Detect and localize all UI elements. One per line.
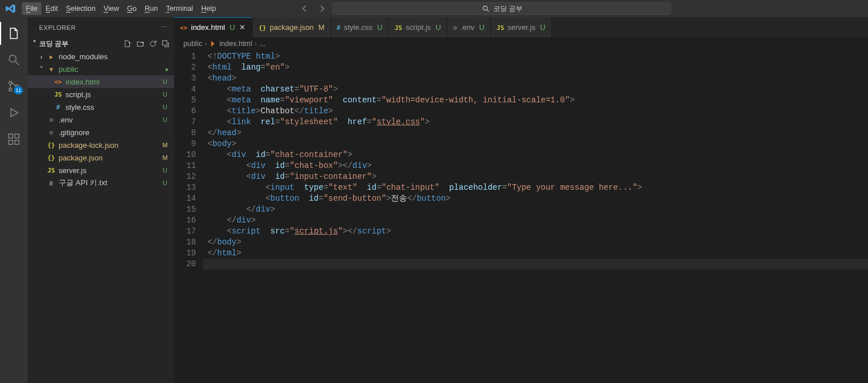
- menu-selection[interactable]: Selection: [62, 2, 99, 15]
- chevron-down-icon: ˅: [30, 40, 39, 48]
- menu-run[interactable]: Run: [141, 2, 162, 15]
- chevron-right-icon: ›: [205, 40, 207, 48]
- file-package-lock.json[interactable]: {}package-lock.jsonM: [28, 139, 174, 151]
- file-package.json[interactable]: {}package.jsonM: [28, 151, 174, 164]
- collapse-icon[interactable]: [162, 40, 170, 48]
- svg-rect-9: [15, 140, 19, 144]
- code-editor[interactable]: 1234567891011121314151617181920 <!DOCTYP…: [174, 50, 868, 383]
- file-server.js[interactable]: JSserver.jsU: [28, 164, 174, 177]
- breadcrumb-part[interactable]: ...: [259, 40, 265, 48]
- folder-node_modules[interactable]: ›▸node_modules: [28, 50, 174, 63]
- svg-line-1: [487, 10, 489, 12]
- sidebar-title: EXPLORER: [39, 24, 76, 31]
- breadcrumb-part[interactable]: index.html: [220, 40, 252, 48]
- command-center[interactable]: 코딩 공부: [332, 2, 671, 15]
- menu-help[interactable]: Help: [197, 2, 220, 15]
- editor-area: <>index.htmlU✕{}package.jsonM#style.cssU…: [174, 17, 868, 383]
- new-file-icon[interactable]: [124, 40, 132, 48]
- file-.gitignore[interactable]: ⚙.gitignore: [28, 126, 174, 139]
- file-구글 API 키.txt[interactable]: ≡구글 API 키.txtU: [28, 177, 174, 189]
- file-script.js[interactable]: JSscript.jsU: [28, 88, 174, 101]
- nav-forward-icon[interactable]: [315, 2, 329, 16]
- menu-go[interactable]: Go: [123, 2, 141, 15]
- line-numbers: 1234567891011121314151617181920: [174, 50, 203, 383]
- html-file-icon: [209, 40, 217, 48]
- tab-server.js[interactable]: JSserver.jsU: [491, 17, 552, 37]
- tab-script.js[interactable]: JSscript.jsU: [389, 17, 447, 37]
- activity-explorer[interactable]: [0, 22, 28, 45]
- tab-style.css[interactable]: #style.cssU: [331, 17, 389, 37]
- svg-point-2: [9, 55, 16, 62]
- svg-point-4: [9, 82, 12, 85]
- new-folder-icon[interactable]: [136, 40, 144, 48]
- svg-rect-8: [9, 140, 13, 144]
- file-index.html[interactable]: <>index.htmlU: [28, 75, 174, 88]
- tab-package.json[interactable]: {}package.jsonM: [253, 17, 331, 37]
- workspace-header[interactable]: ˅ 코딩 공부: [28, 37, 174, 50]
- tab-index.html[interactable]: <>index.htmlU✕: [174, 17, 253, 37]
- menu-view[interactable]: View: [99, 2, 123, 15]
- refresh-icon[interactable]: [149, 40, 157, 48]
- workspace-name: 코딩 공부: [39, 39, 68, 49]
- breadcrumb[interactable]: public › index.html › ...: [174, 37, 868, 50]
- menubar: FileEditSelectionViewGoRunTerminalHelp 코…: [0, 0, 868, 17]
- title-nav: 코딩 공부: [221, 2, 748, 16]
- activity-search[interactable]: [0, 48, 28, 71]
- nav-back-icon[interactable]: [298, 2, 312, 16]
- scm-badge: 11: [14, 86, 23, 94]
- file-style.css[interactable]: #style.cssU: [28, 101, 174, 113]
- activity-scm[interactable]: 11: [0, 75, 28, 98]
- file-tree: ›▸node_modules˅▾public<>index.htmlUJSscr…: [28, 50, 174, 383]
- svg-rect-10: [15, 134, 19, 138]
- command-center-label: 코딩 공부: [493, 4, 523, 14]
- svg-rect-11: [163, 41, 167, 45]
- folder-public[interactable]: ˅▾public: [28, 63, 174, 75]
- activity-bar: 11: [0, 17, 28, 383]
- svg-rect-7: [9, 134, 13, 138]
- menu-terminal[interactable]: Terminal: [162, 2, 197, 15]
- svg-point-5: [9, 89, 12, 91]
- menu-edit[interactable]: Edit: [41, 2, 62, 15]
- close-icon[interactable]: ✕: [239, 24, 247, 32]
- vscode-logo-icon: [6, 3, 16, 14]
- menu-file[interactable]: File: [22, 2, 41, 15]
- code-content[interactable]: <!DOCTYPE html><html lang="en"><head> <m…: [203, 50, 868, 383]
- breadcrumb-part[interactable]: public: [183, 40, 202, 48]
- svg-point-0: [483, 6, 487, 10]
- editor-tabs: <>index.htmlU✕{}package.jsonM#style.cssU…: [174, 17, 868, 37]
- file-.env[interactable]: ⚙.envU: [28, 113, 174, 126]
- tab-.env[interactable]: ⚙.envU: [447, 17, 491, 37]
- sidebar-more-icon[interactable]: ⋯: [161, 24, 168, 31]
- activity-extensions[interactable]: [0, 128, 28, 151]
- activity-debug[interactable]: [0, 101, 28, 124]
- sidebar: EXPLORER ⋯ ˅ 코딩 공부 ›▸node_modules˅▾publi…: [28, 17, 174, 383]
- chevron-right-icon: ›: [255, 40, 257, 48]
- svg-line-3: [16, 62, 19, 65]
